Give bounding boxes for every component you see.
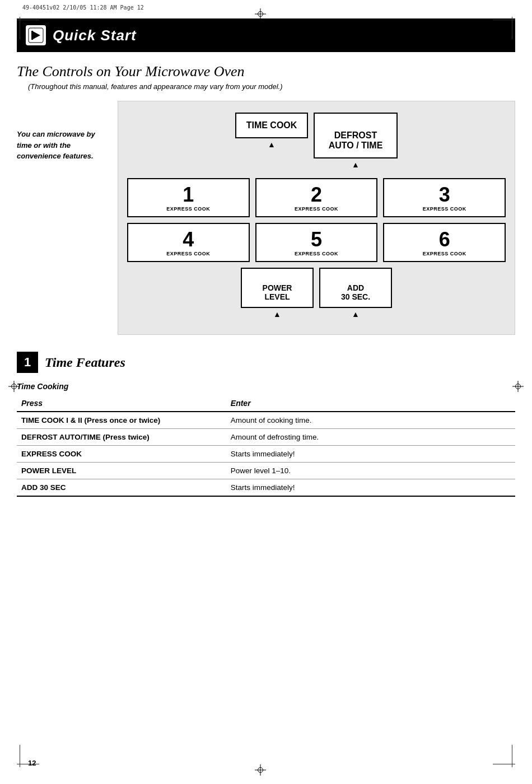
button-1-number: 1	[133, 185, 244, 205]
quick-start-icon	[26, 25, 46, 45]
bottom-button-wrapper-power: POWERLEVEL ▲	[241, 268, 314, 319]
button-4[interactable]: 4 EXPRESS COOK	[127, 223, 250, 262]
table-row: POWER LEVEL Power level 1–10.	[17, 463, 515, 479]
number-buttons-grid: 1 EXPRESS COOK 2 EXPRESS COOK 3 EXPRESS …	[127, 178, 506, 262]
crop-mark-tr-v	[512, 17, 512, 39]
reg-mark-bottom	[255, 764, 266, 776]
button-5-sub: EXPRESS COOK	[261, 251, 372, 256]
time-cook-button[interactable]: TIME COOK	[235, 113, 308, 138]
section1-badge: 1	[17, 352, 38, 373]
power-level-arrow: ▲	[241, 310, 314, 319]
button-5[interactable]: 5 EXPRESS COOK	[255, 223, 378, 262]
main-content: The Controls on Your Microwave Oven (Thr…	[0, 52, 532, 508]
button-2-sub: EXPRESS COOK	[261, 206, 372, 212]
time-cook-arrow: ▲	[235, 140, 308, 149]
time-cook-label: TIME COOK	[246, 120, 297, 130]
press-2: DEFROST AUTO/TIME (Press twice)	[17, 429, 226, 446]
crop-mark-tl-v	[20, 17, 20, 39]
power-level-button[interactable]: POWERLEVEL	[241, 268, 314, 308]
table-header: Press Enter	[17, 395, 515, 412]
header-title: Quick Start	[53, 27, 137, 44]
col-header-press: Press	[17, 395, 226, 412]
button-2-number: 2	[261, 185, 372, 205]
button-3-sub: EXPRESS COOK	[389, 206, 500, 212]
control-panel: TIME COOK ▲ DEFROSTAUTO / TIME ▲ 1 EXPRE…	[118, 101, 515, 335]
defrost-arrow: ▲	[314, 160, 398, 169]
button-3[interactable]: 3 EXPRESS COOK	[383, 178, 506, 217]
page-meta: 49-40451v02 2/10/05 11:28 AM Page 12	[0, 0, 532, 13]
button-6-sub: EXPRESS COOK	[389, 251, 500, 256]
button-1[interactable]: 1 EXPRESS COOK	[127, 178, 250, 217]
add-30-sec-arrow: ▲	[319, 310, 392, 319]
button-2[interactable]: 2 EXPRESS COOK	[255, 178, 378, 217]
button-5-number: 5	[261, 230, 372, 250]
button-1-sub: EXPRESS COOK	[133, 206, 244, 212]
enter-5: Starts immediately!	[226, 479, 515, 497]
table-row: TIME COOK I & II (Press once or twice) A…	[17, 412, 515, 429]
button-4-number: 4	[133, 230, 244, 250]
table-row: DEFROST AUTO/TIME (Press twice) Amount o…	[17, 429, 515, 446]
col-header-enter: Enter	[226, 395, 515, 412]
table-body: TIME COOK I & II (Press once or twice) A…	[17, 412, 515, 496]
crop-mark-bl-v	[20, 745, 20, 767]
reg-mark-top	[255, 8, 266, 20]
defrost-auto-time-button[interactable]: DEFROSTAUTO / TIME	[314, 113, 398, 158]
power-level-label: POWERLEVEL	[263, 283, 292, 301]
enter-3: Starts immediately!	[226, 446, 515, 463]
table-row: EXPRESS COOK Starts immediately!	[17, 446, 515, 463]
defrost-label: DEFROSTAUTO / TIME	[329, 130, 383, 150]
reg-mark-left	[8, 381, 20, 392]
left-description: You can microwave by time or with the co…	[17, 101, 106, 335]
page-number: 12	[28, 759, 36, 767]
press-5: ADD 30 SEC	[17, 479, 226, 497]
press-3: EXPRESS COOK	[17, 446, 226, 463]
enter-4: Power level 1–10.	[226, 463, 515, 479]
time-cooking-title: Time Cooking	[17, 382, 515, 391]
features-table: Press Enter TIME COOK I & II (Press once…	[17, 395, 515, 497]
add-30-sec-label: ADD30 SEC.	[341, 283, 370, 301]
section-main-title: The Controls on Your Microwave Oven	[17, 63, 515, 80]
top-buttons-row: TIME COOK ▲ DEFROSTAUTO / TIME ▲	[127, 113, 506, 169]
section1-title: Time Features	[45, 355, 125, 370]
button-6[interactable]: 6 EXPRESS COOK	[383, 223, 506, 262]
press-1: TIME COOK I & II (Press once or twice)	[17, 412, 226, 429]
diagram-section: You can microwave by time or with the co…	[17, 101, 515, 335]
bottom-buttons-row: POWERLEVEL ▲ ADD30 SEC. ▲	[127, 268, 506, 319]
section1-heading: 1 Time Features	[17, 352, 515, 373]
crop-mark-br-v	[512, 745, 512, 767]
top-button-wrapper-timecook: TIME COOK ▲	[235, 113, 308, 169]
button-6-number: 6	[389, 230, 500, 250]
svg-rect-2	[31, 31, 33, 40]
header-bar: Quick Start	[17, 18, 515, 52]
enter-1: Amount of cooking time.	[226, 412, 515, 429]
reg-mark-right	[512, 381, 524, 392]
button-3-number: 3	[389, 185, 500, 205]
table-row: ADD 30 SEC Starts immediately!	[17, 479, 515, 497]
enter-2: Amount of defrosting time.	[226, 429, 515, 446]
crop-mark-tl-h	[17, 20, 39, 20]
top-button-wrapper-defrost: DEFROSTAUTO / TIME ▲	[314, 113, 398, 169]
button-4-sub: EXPRESS COOK	[133, 251, 244, 256]
press-4: POWER LEVEL	[17, 463, 226, 479]
add-30-sec-button[interactable]: ADD30 SEC.	[319, 268, 392, 308]
section-main-subtitle: (Throughout this manual, features and ap…	[17, 82, 515, 91]
bottom-button-wrapper-add: ADD30 SEC. ▲	[319, 268, 392, 319]
